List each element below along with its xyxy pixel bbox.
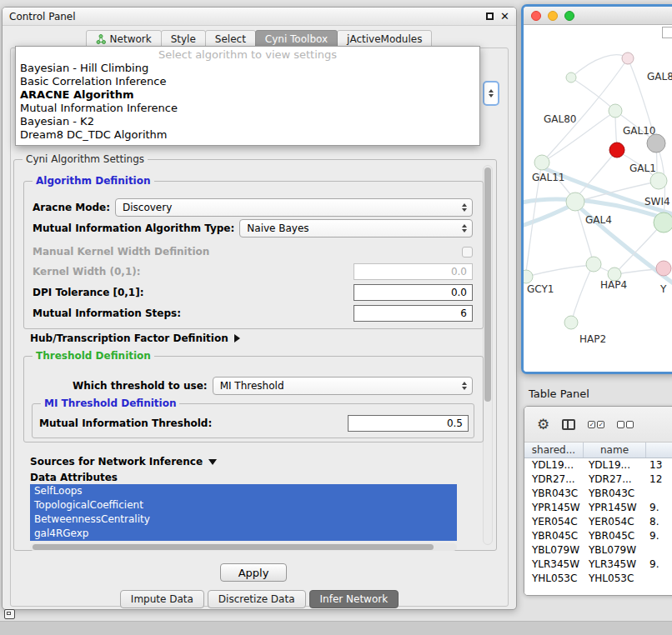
list-item-gal4rgexp[interactable]: gal4RGexp: [30, 527, 457, 541]
mi-threshold-row: Mutual Information Threshold: 0.5: [39, 414, 469, 432]
algorithm-placeholder: Select algorithm to view settings: [16, 48, 479, 62]
network-icon: [96, 34, 106, 44]
network-node-hap2[interactable]: [564, 316, 578, 329]
table-body: YDL19...YDL19...13 YDR27...YDR27...12 YB…: [524, 458, 672, 596]
popup-item-aracne[interactable]: ARACNE Algorithm: [16, 88, 479, 102]
bottom-tab-bar: Impute Data Discretize Data Infer Networ…: [3, 590, 516, 608]
table-row[interactable]: YBR045CYBR045C9.: [524, 529, 672, 543]
gear-icon[interactable]: ⚙: [537, 418, 549, 432]
list-item-topologicalcoefficient[interactable]: TopologicalCoefficient: [30, 498, 457, 512]
select-all-icon[interactable]: ✓ ✓: [588, 421, 604, 428]
tab-impute-data[interactable]: Impute Data: [120, 590, 204, 608]
minimize-traffic-light-icon[interactable]: [548, 11, 558, 21]
hub-definition-expander[interactable]: Hub/Transcription Factor Definition: [30, 332, 240, 344]
which-threshold-select[interactable]: MI Threshold: [213, 377, 473, 395]
list-item-selfloops[interactable]: SelfLoops: [30, 484, 457, 498]
group-title: MI Threshold Definition: [41, 398, 179, 409]
settings-scrollbar[interactable]: [483, 165, 493, 545]
node-label: SWI4: [644, 196, 670, 208]
sources-expander[interactable]: Sources for Network Inference: [30, 456, 217, 468]
scrollbar-thumb[interactable]: [484, 168, 491, 402]
table-row[interactable]: YBR043CYBR043C: [524, 487, 672, 501]
spinner-up-icon: [489, 89, 494, 92]
list-item-betweennesscentrality[interactable]: BetweennessCentrality: [30, 512, 457, 527]
network-node-gal11[interactable]: [534, 155, 549, 170]
combo-value: Discovery: [123, 202, 172, 213]
control-panel-titlebar[interactable]: Control Panel ✕: [3, 8, 516, 26]
node-label: GAL11: [532, 172, 564, 183]
node-label: GCY1: [527, 283, 554, 295]
kernel-width-field[interactable]: 0.0: [354, 263, 473, 280]
mi-type-select[interactable]: Naive Bayes: [239, 219, 473, 238]
table-row[interactable]: YPR145WYPR145W9.: [524, 501, 672, 515]
restore-panel-icon[interactable]: [4, 609, 15, 619]
scrollbar-thumb[interactable]: [33, 544, 434, 550]
titlebar-icons: ✕: [486, 11, 509, 22]
columns-icon[interactable]: [562, 419, 575, 430]
tab-infer-network[interactable]: Infer Network: [309, 590, 399, 608]
network-window-titlebar[interactable]: [524, 7, 672, 25]
network-node-gal4[interactable]: [566, 192, 584, 211]
zoom-traffic-light-icon[interactable]: [564, 11, 574, 21]
network-node-gal1[interactable]: [650, 172, 667, 189]
manual-kernel-checkbox[interactable]: [462, 247, 473, 258]
node-label: GAL80: [544, 113, 576, 125]
scrollbar-button[interactable]: [662, 27, 672, 38]
mi-steps-label: Mutual Information Steps:: [33, 308, 181, 319]
tab-discretize-data[interactable]: Discretize Data: [208, 590, 306, 608]
network-node-gcy1[interactable]: [524, 270, 533, 283]
network-node[interactable]: [609, 104, 622, 118]
close-icon[interactable]: ✕: [500, 11, 509, 22]
aracne-mode-select[interactable]: Discovery: [115, 198, 473, 217]
manual-kernel-row: Manual Kernel Width Definition: [33, 242, 473, 261]
mi-threshold-field[interactable]: 0.5: [348, 415, 469, 432]
table-row[interactable]: YBL079WYBL079W: [524, 543, 672, 558]
threshold-definition-group: Threshold Definition Which threshold to …: [23, 356, 484, 442]
network-node[interactable]: [656, 261, 671, 276]
hub-definition-label: Hub/Transcription Factor Definition: [30, 332, 228, 344]
network-node[interactable]: [654, 212, 672, 232]
popup-item-bayesian-hill-climbing[interactable]: Bayesian - Hill Climbing: [16, 62, 479, 75]
table-row[interactable]: YER054CYER054C8.: [524, 515, 672, 529]
node-label: HAP4: [600, 279, 627, 291]
mi-type-label: Mutual Information Algorithm Type:: [33, 222, 234, 234]
table-row[interactable]: YHL053CYHL053C: [524, 572, 672, 586]
column-header-name[interactable]: name: [584, 442, 646, 458]
network-node-hap4[interactable]: [586, 257, 601, 272]
network-canvas[interactable]: GAL8 GAL80 GAL10 GAL11 GAL1 SWI4 GAL4 GC…: [524, 25, 672, 373]
dpi-tolerance-field[interactable]: 0.0: [354, 284, 473, 301]
network-node-selected-red[interactable]: [609, 142, 624, 158]
apply-button[interactable]: Apply: [220, 563, 287, 582]
tab-label: Network: [110, 33, 152, 45]
table-header: shared... name: [524, 442, 672, 458]
dpi-tolerance-label: DPI Tolerance [0,1]:: [33, 287, 144, 298]
network-node[interactable]: [566, 72, 576, 82]
algorithm-combobox-spinner[interactable]: [483, 81, 499, 106]
network-node-gal10[interactable]: [647, 134, 665, 152]
network-node[interactable]: [622, 52, 634, 64]
mi-steps-field[interactable]: 6: [354, 305, 473, 322]
column-header-shared-name[interactable]: shared...: [524, 442, 584, 458]
popup-item-bayesian-k2[interactable]: Bayesian - K2: [16, 115, 479, 128]
close-traffic-light-icon[interactable]: [531, 11, 541, 21]
node-label: GAL10: [623, 125, 655, 137]
deselect-all-icon[interactable]: [617, 421, 634, 428]
table-row[interactable]: YDL19...YDL19...13: [524, 458, 672, 472]
float-window-icon[interactable]: [486, 12, 494, 20]
popup-item-mutual-information[interactable]: Mutual Information Inference: [16, 102, 479, 115]
table-row[interactable]: YLR345WYLR345W9.: [524, 558, 672, 572]
column-header[interactable]: [646, 442, 672, 458]
table-toolbar: ⚙ ✓ ✓: [524, 407, 672, 442]
tab-label: Cyni Toolbox: [265, 33, 328, 45]
algorithm-dropdown-popup: Select algorithm to view settings Bayesi…: [15, 46, 480, 146]
node-label: GAL4: [585, 214, 612, 226]
popup-item-dream8[interactable]: Dream8 DC_TDC Algorithm: [16, 128, 479, 142]
node-label: HAP2: [579, 333, 606, 345]
node-label: GAL8: [647, 71, 672, 82]
dpi-tolerance-row: DPI Tolerance [0,1]: 0.0: [33, 283, 473, 302]
combo-arrows-icon: [462, 224, 467, 232]
tab-label: Select: [215, 33, 246, 45]
table-row[interactable]: YDR27...YDR27...12: [524, 472, 672, 487]
popup-item-basic-correlation[interactable]: Basic Correlation Inference: [16, 75, 479, 88]
attributes-horizontal-scrollbar[interactable]: [30, 543, 457, 551]
